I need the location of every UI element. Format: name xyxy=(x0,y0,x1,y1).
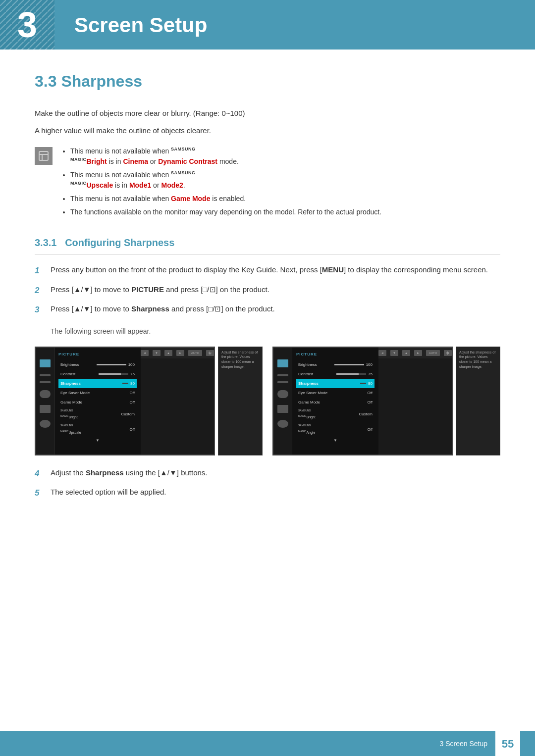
steps-list: 1 Press any button on the front of the p… xyxy=(35,264,500,316)
step-2-text: Press [▲/▼] to move to PICTURE and press… xyxy=(51,284,269,296)
step-5-number: 5 xyxy=(35,487,45,500)
section-title: 3.3 Sharpness xyxy=(35,69,500,93)
note-item-2: This menu is not available when SAMSUNGM… xyxy=(70,170,381,191)
monitor-1-row-gamemode: Game Mode Off xyxy=(58,398,137,407)
monitor-2-row-sharpness: Sharpness 80 xyxy=(296,379,374,388)
note-icon xyxy=(35,147,53,165)
step-1: 1 Press any button on the front of the p… xyxy=(35,264,500,277)
chapter-number-block: 3 xyxy=(0,0,54,50)
monitor-2-menu: PICTURE Brightness 100 Contrast xyxy=(292,348,378,454)
step-3: 3 Press [▲/▼] to move to Sharpness and p… xyxy=(35,303,500,316)
monitor-1-menu: PICTURE Brightness 100 Contrast xyxy=(54,348,141,454)
section-number: 3.3 xyxy=(35,72,56,90)
step-2: 2 Press [▲/▼] to move to PICTURE and pre… xyxy=(35,284,500,297)
section-heading: Sharpness xyxy=(61,72,142,90)
monitor-1-row-magicbright: SAMSUNGMAGICBright Custom xyxy=(58,407,137,422)
monitor-2-row-brightness: Brightness 100 xyxy=(296,360,374,369)
step-3-text: Press [▲/▼] to move to Sharpness and pre… xyxy=(51,303,275,315)
step-1-number: 1 xyxy=(35,264,45,277)
screen-appear-text: The following screen will appear. xyxy=(35,326,500,337)
step-4-text: Adjust the Sharpness using the [▲/▼] but… xyxy=(51,467,208,479)
monitor-1-bottom: ◄ ▼ ▲ ► AUTO ⏻ xyxy=(141,348,214,358)
note-item-1: This menu is not available when SAMSUNGM… xyxy=(70,146,381,167)
monitor-1-row-sharpness: Sharpness 80 xyxy=(58,379,137,388)
monitor-1-menu-title: PICTURE xyxy=(58,352,137,357)
note-item-3: This menu is not available when Game Mod… xyxy=(70,194,381,204)
monitor-1: PICTURE Brightness 100 Contrast xyxy=(35,347,215,455)
step-4-number: 4 xyxy=(35,467,45,480)
note-list: This menu is not available when SAMSUNGM… xyxy=(60,146,381,220)
monitor-1-row-brightness: Brightness 100 xyxy=(58,360,137,369)
description-1: Make the outline of objects more clear o… xyxy=(35,108,500,119)
monitor-1-row-magicupscale: SAMSUNGMAGICUpscale Off xyxy=(58,422,137,437)
monitor-1-row-eyesaver: Eye Saver Mode Off xyxy=(58,389,137,398)
monitor-2-menu-title: PICTURE xyxy=(296,352,374,357)
monitor-2-tooltip: Adjust the sharpness of the picture. Val… xyxy=(456,347,500,455)
step-2-number: 2 xyxy=(35,284,45,297)
subsection-number: 3.3.1 xyxy=(35,237,56,248)
monitor-1-sidebar xyxy=(36,348,54,454)
monitor-1-wrapper: PICTURE Brightness 100 Contrast xyxy=(35,347,263,455)
monitor-1-row-contrast: Contrast 75 xyxy=(58,370,137,379)
screens-container: PICTURE Brightness 100 Contrast xyxy=(35,347,500,455)
footer-label: 3 Screen Setup xyxy=(439,739,487,749)
step-5-text: The selected option will be applied. xyxy=(51,487,166,498)
subsection-title: 3.3.1 Configuring Sharpness xyxy=(35,235,500,254)
chapter-title: Screen Setup xyxy=(54,9,207,41)
svg-rect-1 xyxy=(0,0,54,50)
header-bg-decoration xyxy=(0,0,54,50)
monitor-2-row-eyesaver: Eye Saver Mode Off xyxy=(296,389,374,398)
monitor-2-row-magicangle: SAMSUNGMAGICAngle Off xyxy=(296,422,374,437)
page-number: 55 xyxy=(495,731,520,756)
monitor-2-bottom: ◄ ▼ ▲ ► AUTO ⏻ xyxy=(378,348,452,358)
step-1-text: Press any button on the front of the pro… xyxy=(51,264,488,276)
monitor-2-wrapper: PICTURE Brightness 100 Contrast xyxy=(272,347,500,455)
main-content: 3.3 Sharpness Make the outline of object… xyxy=(0,69,535,549)
subsection-heading: Configuring Sharpness xyxy=(65,237,174,248)
step-5: 5 The selected option will be applied. xyxy=(35,487,500,500)
monitor-2: PICTURE Brightness 100 Contrast xyxy=(272,347,453,455)
page-footer: 3 Screen Setup 55 xyxy=(0,731,535,756)
step-3-number: 3 xyxy=(35,303,45,316)
monitor-1-tooltip: Adjust the sharpness of the picture. Val… xyxy=(218,347,263,455)
monitor-2-sidebar xyxy=(273,348,292,454)
monitor-2-row-gamemode: Game Mode Off xyxy=(296,398,374,407)
svg-rect-2 xyxy=(39,151,48,160)
description-2: A higher value will make the outline of … xyxy=(35,125,500,137)
chapter-header: 3 Screen Setup xyxy=(0,0,535,50)
monitor-2-row-contrast: Contrast 75 xyxy=(296,370,374,379)
monitor-2-row-magicbright: SAMSUNGMAGICBright Custom xyxy=(296,407,374,422)
note-box: This menu is not available when SAMSUNGM… xyxy=(35,146,500,220)
steps-after-list: 4 Adjust the Sharpness using the [▲/▼] b… xyxy=(35,467,500,500)
step-4: 4 Adjust the Sharpness using the [▲/▼] b… xyxy=(35,467,500,480)
note-item-4: The functions available on the monitor m… xyxy=(70,207,381,217)
